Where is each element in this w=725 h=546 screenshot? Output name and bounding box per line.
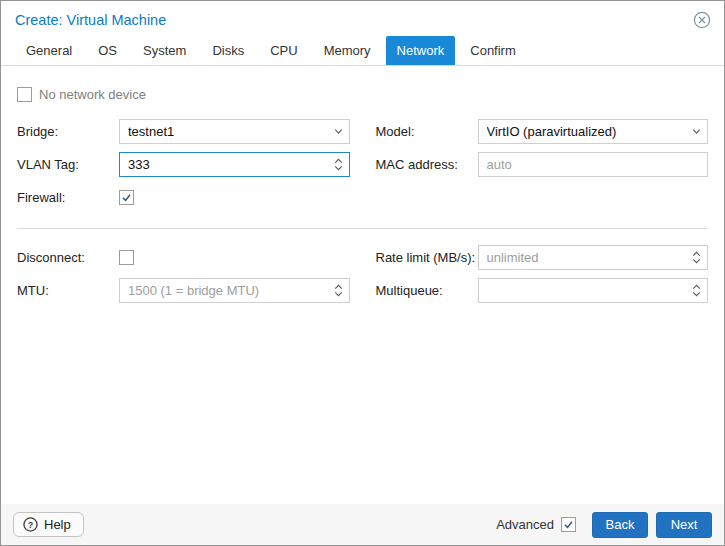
dialog-title: Create: Virtual Machine <box>15 12 166 28</box>
multiqueue-spinner[interactable] <box>478 278 709 303</box>
help-button-label: Help <box>44 517 71 532</box>
left-column-advanced: Disconnect: MTU: <box>17 245 350 311</box>
tab-confirm[interactable]: Confirm <box>459 36 527 65</box>
check-icon <box>563 519 574 530</box>
next-button[interactable]: Next <box>656 512 712 538</box>
question-circle-icon: ? <box>23 517 38 532</box>
rate-limit-label: Rate limit (MB/s): <box>376 250 478 265</box>
create-vm-dialog: Create: Virtual Machine General OS Syste… <box>0 0 725 546</box>
spinner-up-down-icon[interactable] <box>328 153 349 176</box>
no-network-device-label: No network device <box>39 87 146 102</box>
tab-os[interactable]: OS <box>87 36 128 65</box>
chevron-down-icon[interactable] <box>686 120 707 143</box>
spinner-up-down-icon[interactable] <box>686 246 707 269</box>
check-icon <box>121 192 132 203</box>
vlan-tag-spinner[interactable] <box>119 152 350 177</box>
tab-cpu[interactable]: CPU <box>259 36 308 65</box>
no-network-device-checkbox[interactable] <box>17 87 32 102</box>
help-button[interactable]: ? Help <box>13 512 84 537</box>
mac-address-label: MAC address: <box>376 157 478 172</box>
mtu-label: MTU: <box>17 283 119 298</box>
tab-memory[interactable]: Memory <box>313 36 382 65</box>
spinner-up-down-icon[interactable] <box>686 279 707 302</box>
model-combo[interactable] <box>478 119 709 144</box>
vlan-tag-label: VLAN Tag: <box>17 157 119 172</box>
advanced-toggle[interactable]: Advanced <box>496 517 576 532</box>
bridge-combo[interactable] <box>119 119 350 144</box>
tab-general[interactable]: General <box>15 36 83 65</box>
tab-disks[interactable]: Disks <box>201 36 255 65</box>
firewall-checkbox[interactable] <box>119 190 134 205</box>
multiqueue-label: Multiqueue: <box>376 283 478 298</box>
model-label: Model: <box>376 124 478 139</box>
chevron-down-icon[interactable] <box>328 120 349 143</box>
bridge-label: Bridge: <box>17 124 119 139</box>
dialog-titlebar: Create: Virtual Machine <box>1 1 724 36</box>
mtu-spinner[interactable] <box>119 278 350 303</box>
disconnect-label: Disconnect: <box>17 250 119 265</box>
wizard-tabbar: General OS System Disks CPU Memory Netwo… <box>1 36 724 66</box>
firewall-label: Firewall: <box>17 190 119 205</box>
svg-text:?: ? <box>28 520 33 530</box>
section-divider <box>17 228 708 229</box>
tab-system[interactable]: System <box>132 36 197 65</box>
advanced-checkbox[interactable] <box>561 517 576 532</box>
advanced-label: Advanced <box>496 517 554 532</box>
mac-address-input[interactable] <box>478 152 709 177</box>
spinner-up-down-icon[interactable] <box>328 279 349 302</box>
rate-limit-spinner[interactable] <box>478 245 709 270</box>
dialog-footer: ? Help Advanced Back Next <box>1 504 724 545</box>
right-column-advanced: Rate limit (MB/s): Multiqueue: <box>376 245 709 311</box>
disconnect-checkbox[interactable] <box>119 250 134 265</box>
left-column: Bridge: VLAN Tag: <box>17 119 350 218</box>
tab-network[interactable]: Network <box>386 36 456 65</box>
back-button[interactable]: Back <box>592 512 648 538</box>
right-column: Model: MAC address: <box>376 119 709 218</box>
close-icon[interactable] <box>692 10 712 30</box>
network-panel: No network device Bridge: VLAN Tag: <box>1 66 724 311</box>
